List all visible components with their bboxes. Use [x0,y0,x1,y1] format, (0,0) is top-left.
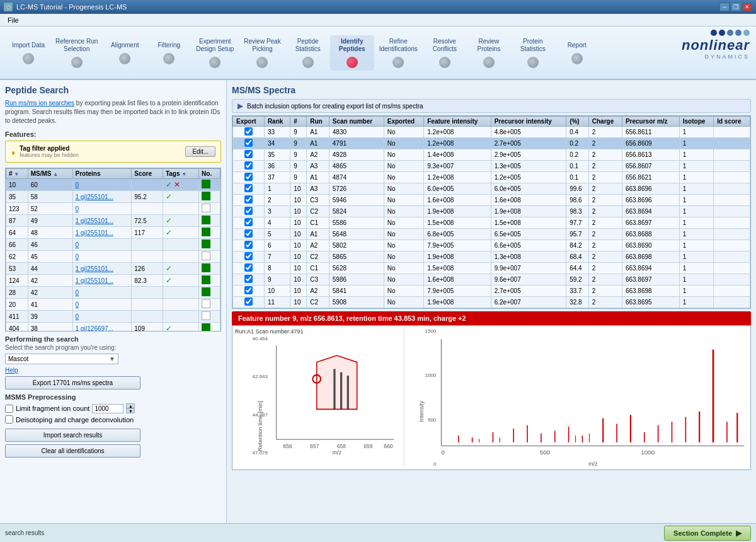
nav-protein-stats[interactable]: ProteinStatistics [511,35,555,71]
table-row[interactable]: 35 58 1 gi|255101... 95.2 ✓ [6,191,220,203]
spectra-row[interactable]: 349A14791No1.2e+0082.7e+0050.22656.86091 [233,138,750,149]
export-cb[interactable] [244,241,253,249]
run-searches-link[interactable]: Run ms/ms ion searches [5,100,74,107]
export-cb[interactable] [244,173,253,181]
col-exported[interactable]: Exported [384,117,424,127]
col-rank[interactable]: Rank [264,117,290,127]
spectra-row[interactable]: 810C15628No1.5e+0089.9e+00764.42663.8694… [233,263,750,274]
nav-peptide-stats[interactable]: PeptideStatistics [286,35,330,71]
export-cb[interactable] [244,127,253,136]
restore-button[interactable]: ❐ [731,3,741,11]
spinner-up[interactable]: ▲ [126,403,135,408]
export-cb[interactable] [244,297,253,306]
left-panel-title: Peptide Search [5,85,221,95]
table-row[interactable]: 64 48 1 gi|255101... 117 ✓ [6,227,220,239]
spectra-row[interactable]: 610A25802No7.9e+0056.6e+00584.22663.8690… [233,240,750,251]
nav-identify-peptides[interactable]: IdentifyPeptides [330,35,374,71]
spectra-row[interactable]: 369A34865No9.3e+0071.3e+0050.12656.86071 [233,161,750,172]
col-prec-int[interactable]: Precursor intensity [491,117,566,127]
table-row[interactable]: 123 52 0 [6,203,220,215]
spectra-row[interactable]: 339A14830No1.2e+0084.8e+0050.42656.86111 [233,127,750,138]
spectra-row[interactable]: 1010A25841No7.9e+0052.7e+00533.72663.869… [233,285,750,297]
export-cb[interactable] [244,252,253,260]
export-button[interactable]: Export 17701 ms/ms spectra [5,376,140,389]
svg-text:656: 656 [283,443,292,449]
export-cb[interactable] [244,184,253,192]
spectra-row[interactable]: 210C35946No1.6e+0081.6e+00898.62663.8696… [233,195,750,206]
col-feat-int[interactable]: Feature intensity [424,117,491,127]
nav-dot-review-peak [256,57,268,68]
deisotoping-checkbox[interactable] [5,415,13,424]
edit-filter-button[interactable]: Edit... [185,146,215,157]
limit-fragment-input[interactable] [92,404,123,413]
window-controls[interactable]: ─ ❐ ✕ [719,3,752,11]
export-cb[interactable] [244,275,253,283]
nav-alignment[interactable]: Alignment [103,39,147,67]
col-score[interactable]: Score [132,169,163,179]
spectra-row[interactable]: 1110C25908No1.9e+0086.2e+00732.82663.869… [233,297,750,308]
col-isotope[interactable]: Isotope [679,117,713,127]
col-id-score[interactable]: Id score [714,117,750,127]
nav-reference-selection[interactable]: Reference RunSelection [50,35,103,71]
section-complete-button[interactable]: Section Complete ▶ [664,526,751,541]
spectra-row[interactable]: 710C25865No1.9e+0081.3e+00868.42663.8698… [233,251,750,263]
nav-review-proteins[interactable]: ReviewProteins [467,35,511,71]
nav-filtering[interactable]: Filtering [147,39,191,67]
nav-experiment-design[interactable]: ExperimentDesign Setup [191,35,239,71]
col-pct[interactable]: (%) [566,117,589,127]
spectra-row[interactable]: 359A24928No1.4e+0082.9e+0050.22656.86131 [233,149,750,161]
export-cb[interactable] [244,161,253,170]
col-hash[interactable]: # [290,117,307,127]
spectra-row[interactable]: 379A14874No1.2e+0081.2e+0050.12656.86211 [233,172,750,183]
col-proteins[interactable]: Proteins [72,169,132,179]
spectra-row[interactable]: 310C25824No1.9e+0081.9e+00898.32663.8694… [233,206,750,217]
col-charge[interactable]: Charge [588,117,622,127]
table-row[interactable]: 404 38 1 gi|126697... 109 ✓ [6,323,220,332]
export-cb[interactable] [244,263,253,272]
export-cb[interactable] [244,195,253,204]
file-menu[interactable]: File [3,15,24,25]
minimize-button[interactable]: ─ [719,3,730,11]
table-row[interactable]: 20 41 0 [6,299,220,311]
spectra-row[interactable]: 110A35726No6.0e+0056.0e+00599.62663.8696… [233,183,750,195]
logo-subtext: DYNAMICS [704,54,750,60]
spinner-down[interactable]: ▼ [126,408,135,413]
export-cb[interactable] [244,207,253,215]
export-cb[interactable] [244,286,253,294]
table-row[interactable]: 62 45 0 [6,251,220,263]
clear-ids-button[interactable]: Clear all identifications [5,444,140,458]
help-link[interactable]: Help [5,367,221,374]
export-cb[interactable] [244,229,253,238]
table-row[interactable]: 28 42 0 [6,287,220,299]
nav-report[interactable]: Report [555,39,599,67]
table-row[interactable]: 411 39 0 [6,311,220,323]
expand-icon[interactable]: ▶ [238,101,243,110]
table-row[interactable]: 124 42 1 gi|255101... 82.3 ✓ [6,275,220,287]
table-row[interactable]: 10 60 0 ✓ ✕ [6,179,220,191]
spectra-row[interactable]: 910C35986No1.6e+0089.6e+00759.22663.8697… [233,274,750,285]
nav-resolve-conflicts[interactable]: ResolveConflicts [423,35,467,71]
spectra-row[interactable]: 410C15586No1.5e+0081.5e+00897.72663.8697… [233,217,750,229]
export-cb[interactable] [244,150,253,158]
close-button[interactable]: ✕ [742,3,752,11]
col-scan[interactable]: Scan number [329,117,384,127]
search-program-select[interactable]: Mascot ▼ [5,354,118,364]
export-cb[interactable] [244,139,253,147]
table-row[interactable]: 66 46 0 [6,239,220,251]
col-export[interactable]: Export [233,117,265,127]
nav-import-data[interactable]: Import Data [6,39,50,67]
col-run[interactable]: Run [307,117,329,127]
table-row[interactable]: 87 49 1 gi|255101... 72.5 ✓ [6,215,220,227]
col-prec-mz[interactable]: Precursor m/z [622,117,679,127]
limit-fragment-checkbox[interactable] [5,405,13,413]
import-results-button[interactable]: Import search results [5,429,140,442]
table-row[interactable]: 53 44 1 gi|255101... 126 ✓ [6,263,220,275]
col-msms[interactable]: MS/MS ▲ [28,169,72,179]
spectra-row[interactable]: 510A15648No6.8e+0056.5e+00595.72663.8688… [233,229,750,240]
nav-refine-ids[interactable]: RefineIdentifications [374,35,423,71]
nav-review-peak[interactable]: Review PeakPicking [239,35,285,71]
col-num[interactable]: # ▼ [6,169,28,179]
export-cb[interactable] [244,218,253,226]
col-tags[interactable]: Tags ▼ [163,169,198,179]
col-no[interactable]: No. [199,169,220,179]
